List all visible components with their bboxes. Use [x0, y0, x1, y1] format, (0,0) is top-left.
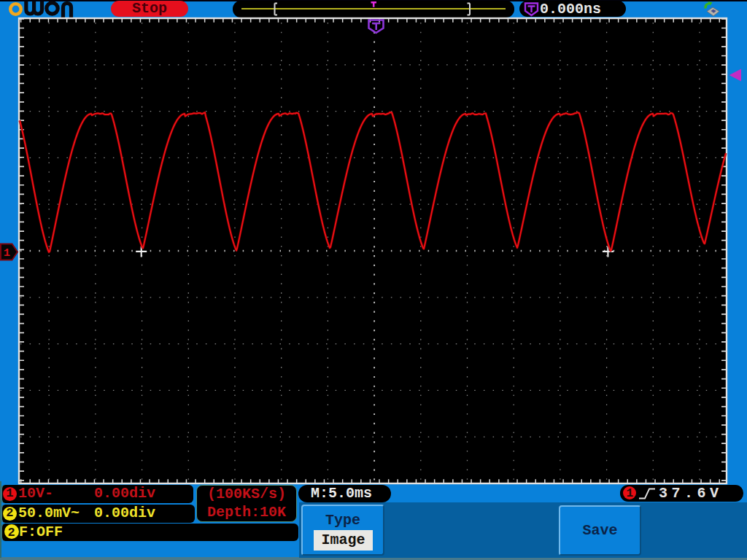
svg-text:1: 1: [4, 246, 10, 260]
